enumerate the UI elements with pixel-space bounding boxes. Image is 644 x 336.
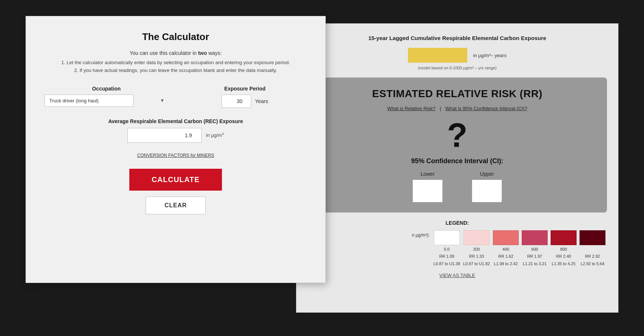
rec-section: Average Respirable Elemental Carbon (REC…	[44, 118, 307, 143]
legend-ci-1: L0.97 to U1.82	[463, 261, 490, 267]
rr-links-row: What is Relative Risk? | What is 95% Con…	[319, 106, 596, 111]
rr-ci-lower-label: Lower	[421, 171, 435, 177]
legend-value-2: 400	[502, 247, 509, 252]
select-arrow-icon: ▼	[160, 98, 165, 103]
legend-ci-0: L0.87 to U1.38	[434, 261, 460, 267]
legend-rr-3: RR 1.97	[527, 254, 542, 259]
what-is-rr-link[interactable]: What is Relative Risk?	[387, 106, 435, 111]
exposure-period-label: Exposure Period	[183, 86, 307, 92]
rec-input[interactable]	[127, 128, 202, 143]
legend-color-2	[493, 230, 519, 245]
exposure-period-input-row: Years	[183, 95, 307, 108]
legend-ci-2: L1.08 to 2.42	[494, 261, 518, 267]
rr-ci-upper-col: Upper	[472, 171, 502, 202]
rec-unit: in μg/m3	[206, 132, 224, 138]
rr-title: ESTIMATED RELATIVE RISK (RR)	[319, 88, 596, 100]
legend-item-5: 1000 RR 2.92 L2.92 to 5.64	[580, 230, 605, 267]
legend-ci-4: L1.35 to 4.25	[552, 261, 575, 267]
calculate-button[interactable]: CALCULATE	[129, 169, 222, 191]
calculator-title: The Calculator	[44, 31, 307, 43]
years-label: Years	[255, 98, 268, 104]
rec-input-row: in μg/m3	[44, 128, 307, 143]
calculator-panel: The Calculator You can use this calculat…	[26, 16, 326, 283]
legend-color-0	[434, 230, 460, 245]
calc-intro-text: You can use this calculator in	[130, 50, 197, 56]
occupation-exposure-row: Occupation Truck driver (long haul) Mine…	[44, 86, 307, 108]
right-panel-title: 15-year Lagged Cumulative Respirable Ele…	[308, 35, 607, 41]
rr-box: ESTIMATED RELATIVE RISK (RR) What is Rel…	[308, 78, 607, 213]
legend-color-4	[551, 230, 577, 245]
exposure-unit-text: in μg/m³– years	[473, 53, 507, 58]
model-range-text: (model based on 0-1000 μg/m³ – yrs range…	[308, 66, 607, 70]
legend-item-0: 0.0 RR 1.09 L0.87 to U1.38	[434, 230, 460, 267]
occupation-select-wrapper: Truck driver (long haul) Miner Construct…	[44, 95, 168, 107]
calc-instruction-1: 1. Let the calculator automatically ente…	[44, 59, 307, 67]
legend-rr-1: RR 1.33	[469, 254, 484, 259]
occupation-select[interactable]: Truck driver (long haul) Miner Construct…	[44, 95, 133, 107]
rr-ci-row: Lower Upper	[319, 171, 596, 202]
calc-intro-strong: two	[198, 50, 207, 56]
conversion-link-wrapper: CONVERSION FACTORS for MINERS	[44, 152, 307, 158]
legend-color-5	[580, 230, 605, 245]
legend-value-3: 600	[531, 247, 538, 252]
legend-row: n μg/m³): 0.0 RR 1.09 L0.87 to U1.38 200…	[308, 230, 607, 267]
legend-rr-4: RR 2.40	[556, 254, 571, 259]
clear-button[interactable]: CLEAR	[146, 197, 206, 214]
legend-title: LEGEND:	[308, 220, 607, 226]
rr-question-mark: ?	[319, 119, 596, 152]
calc-instruction-2: 2. If you have actual readings, you can …	[44, 67, 307, 75]
legend-color-3	[522, 230, 548, 245]
exposure-cumulative-input[interactable]	[408, 48, 467, 63]
calculator-intro: You can use this calculator in two ways:	[44, 50, 307, 56]
legend-item-3: 600 RR 1.97 L1.21 to 3.21	[522, 230, 548, 267]
legend-ci-5: L2.92 to 5.64	[581, 261, 604, 267]
rr-link-separator: |	[440, 106, 441, 111]
legend-ci-3: L1.21 to 3.21	[523, 261, 547, 267]
exposure-period-col: Exposure Period Years	[183, 86, 307, 108]
legend-item-4: 800 RR 2.40 L1.35 to 4.25	[551, 230, 577, 267]
rr-ci-lower-col: Lower	[413, 171, 442, 202]
legend-value-0: 0.0	[444, 247, 449, 252]
rr-ci-lower-box	[413, 180, 442, 202]
rec-label: Average Respirable Elemental Carbon (REC…	[44, 118, 307, 124]
right-panel: 15-year Lagged Cumulative Respirable Ele…	[296, 23, 618, 313]
conversion-factors-link[interactable]: CONVERSION FACTORS for MINERS	[137, 153, 214, 158]
legend-item-2: 400 RR 1.62 L1.08 to 2.42	[493, 230, 519, 267]
what-is-ci-link[interactable]: What is 95% Confidence Interval (CI)?	[445, 106, 527, 111]
exposure-period-input[interactable]	[222, 95, 251, 108]
legend-item-1: 200 RR 1.33 L0.97 to U1.82	[463, 230, 490, 267]
legend-color-1	[464, 230, 489, 245]
calc-intro-end: ways:	[208, 50, 222, 56]
occupation-label: Occupation	[44, 86, 168, 92]
rr-ci-upper-label: Upper	[480, 171, 494, 177]
view-as-table-link[interactable]: VIEW AS TABLE	[308, 273, 607, 278]
rr-ci-upper-box	[472, 180, 502, 202]
legend-rr-2: RR 1.62	[498, 254, 513, 259]
legend-section: LEGEND: n μg/m³): 0.0 RR 1.09 L0.87 to U…	[308, 220, 607, 278]
occupation-col: Occupation Truck driver (long haul) Mine…	[44, 86, 168, 107]
legend-value-4: 800	[560, 247, 567, 252]
rr-ci-title: 95% Confidence Interval (CI):	[319, 157, 596, 165]
legend-rr-0: RR 1.09	[439, 254, 454, 259]
calculator-instructions: 1. Let the calculator automatically ente…	[44, 59, 307, 75]
legend-rr-5: RR 2.92	[585, 254, 600, 259]
legend-axis-label: n μg/m³):	[412, 230, 429, 238]
legend-value-1: 200	[473, 247, 480, 252]
legend-value-5: 1000	[588, 247, 597, 252]
